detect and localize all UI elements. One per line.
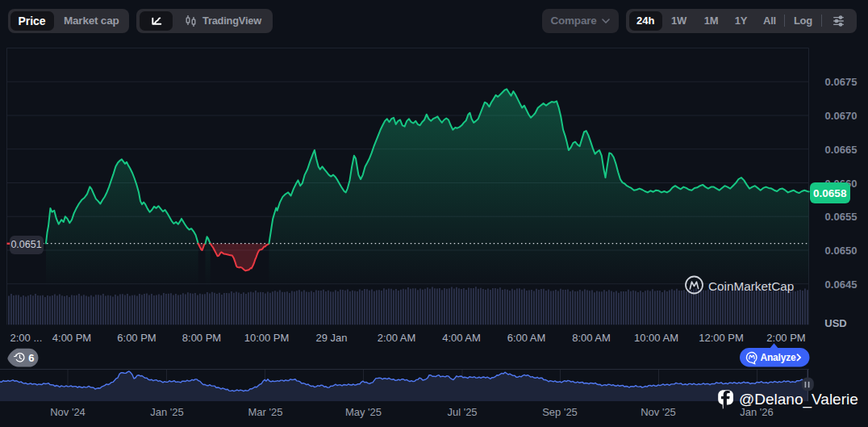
svg-text:Analyze: Analyze [761, 352, 796, 363]
svg-text:6: 6 [28, 352, 34, 364]
